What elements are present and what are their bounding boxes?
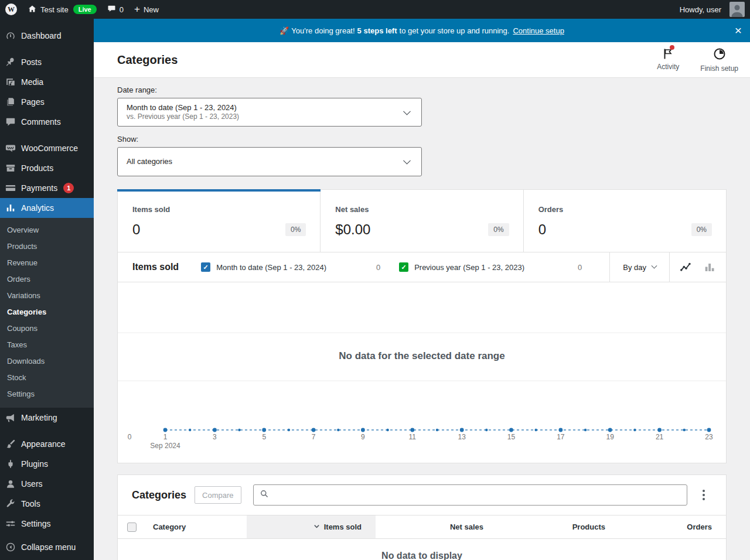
date-range-select[interactable]: Month to date (Sep 1 - 23, 2024) vs. Pre… bbox=[117, 98, 422, 127]
table-search[interactable] bbox=[253, 484, 687, 506]
show-label: Show: bbox=[117, 135, 727, 144]
summary-card-items-sold[interactable]: Items sold 0 0% bbox=[118, 190, 321, 252]
sidebar-item-products[interactable]: Products bbox=[0, 158, 94, 178]
summary-delta-badge: 0% bbox=[488, 223, 509, 236]
banner-suffix: to get your store up and running. bbox=[400, 26, 510, 35]
report-filters: Date range: Month to date (Sep 1 - 23, 2… bbox=[94, 77, 750, 176]
legend-value: 0 bbox=[376, 263, 380, 272]
sidebar-item-label: Analytics bbox=[21, 203, 54, 213]
sidebar-item-label: Collapse menu bbox=[21, 542, 76, 552]
activity-button[interactable]: Activity bbox=[654, 46, 681, 74]
site-link[interactable]: Test site Live bbox=[22, 0, 102, 19]
column-header-category[interactable]: Category bbox=[146, 515, 247, 538]
table-title: Categories bbox=[132, 489, 186, 501]
x-tick-label: 21 bbox=[656, 433, 663, 441]
summary-delta-badge: 0% bbox=[691, 223, 712, 236]
sidebar-item-label: Users bbox=[21, 479, 43, 489]
sidebar-item-pages[interactable]: Pages bbox=[0, 92, 94, 112]
woocommerce-icon bbox=[5, 142, 16, 154]
chart-data-point bbox=[683, 429, 686, 431]
category-filter-select[interactable]: All categories bbox=[117, 147, 422, 176]
admin-bar: W Test site Live 0 + New Howdy, user bbox=[0, 0, 750, 19]
howdy-text: Howdy, user bbox=[680, 5, 721, 14]
checked-checkbox-icon[interactable]: ✓ bbox=[399, 262, 408, 272]
submenu-item-settings[interactable]: Settings bbox=[0, 386, 94, 402]
submenu-item-categories[interactable]: Categories bbox=[0, 304, 94, 320]
checked-checkbox-icon[interactable]: ✓ bbox=[201, 262, 210, 272]
submenu-item-revenue[interactable]: Revenue bbox=[0, 255, 94, 271]
line-chart-button[interactable] bbox=[679, 260, 693, 274]
sidebar-item-analytics[interactable]: Analytics bbox=[0, 198, 94, 218]
chart-data-point bbox=[238, 429, 240, 431]
banner-close-icon[interactable]: × bbox=[735, 19, 742, 42]
submenu-item-orders[interactable]: Orders bbox=[0, 271, 94, 288]
summary-card-orders[interactable]: Orders 0 0% bbox=[524, 190, 726, 252]
sidebar-item-appearance[interactable]: Appearance bbox=[0, 434, 94, 454]
chart-data-point bbox=[657, 428, 662, 432]
sidebar-item-payments[interactable]: Payments 1 bbox=[0, 178, 94, 198]
submenu-item-variations[interactable]: Variations bbox=[0, 288, 94, 304]
report-panel: Items sold 0 0% Net sales $0.00 0% Order… bbox=[117, 189, 727, 463]
submenu-item-coupons[interactable]: Coupons bbox=[0, 320, 94, 337]
compare-button[interactable]: Compare bbox=[195, 486, 241, 504]
sidebar-item-marketing[interactable]: Marketing bbox=[0, 408, 94, 428]
collapse-icon bbox=[5, 541, 16, 553]
submenu-item-overview[interactable]: Overview bbox=[0, 222, 94, 238]
submenu-item-taxes[interactable]: Taxes bbox=[0, 337, 94, 353]
sidebar-item-media[interactable]: Media bbox=[0, 72, 94, 92]
chart-title: Items sold bbox=[132, 262, 179, 272]
chart-data-point bbox=[460, 428, 464, 432]
sidebar-item-label: Settings bbox=[21, 519, 51, 528]
column-header-label: Items sold bbox=[324, 523, 362, 531]
chart-data-point bbox=[337, 429, 339, 431]
chart-series-svg bbox=[118, 282, 726, 463]
bar-chart-button[interactable] bbox=[703, 260, 717, 274]
ellipsis-menu-button[interactable] bbox=[696, 487, 712, 503]
summary-label: Orders bbox=[538, 205, 712, 214]
chart-data-point bbox=[584, 429, 587, 431]
sidebar-item-label: Tools bbox=[21, 499, 40, 508]
finish-setup-label: Finish setup bbox=[700, 64, 738, 73]
live-badge: Live bbox=[73, 5, 97, 14]
submenu-item-stock[interactable]: Stock bbox=[0, 370, 94, 386]
column-header-items-sold[interactable]: Items sold bbox=[247, 515, 376, 538]
sidebar-item-woocommerce[interactable]: WooCommerce bbox=[0, 138, 94, 158]
interval-select[interactable]: By day bbox=[609, 252, 669, 282]
x-tick-label: 9 bbox=[361, 433, 365, 441]
collapse-menu-button[interactable]: Collapse menu bbox=[0, 537, 94, 557]
date-range-value: Month to date (Sep 1 - 23, 2024) bbox=[127, 103, 398, 112]
progress-clock-icon bbox=[712, 47, 727, 63]
sidebar-item-dashboard[interactable]: Dashboard bbox=[0, 26, 94, 46]
search-input[interactable] bbox=[272, 491, 681, 500]
finish-setup-button[interactable]: Finish setup bbox=[698, 46, 741, 74]
admin-sidebar: Dashboard Posts Media Pages Comments Woo… bbox=[0, 19, 94, 560]
sidebar-item-users[interactable]: Users bbox=[0, 474, 94, 494]
x-tick-label: 19 bbox=[606, 433, 614, 441]
sidebar-item-comments[interactable]: Comments bbox=[0, 112, 94, 132]
plugins-icon bbox=[5, 458, 16, 470]
chart-data-point bbox=[189, 429, 191, 431]
avatar bbox=[729, 2, 745, 17]
column-header-products[interactable]: Products bbox=[493, 515, 615, 538]
wordpress-menu[interactable]: W bbox=[0, 0, 22, 19]
comments-shortcut[interactable]: 0 bbox=[102, 0, 129, 19]
sidebar-item-tools[interactable]: Tools bbox=[0, 494, 94, 514]
column-header-orders[interactable]: Orders bbox=[615, 515, 726, 538]
sidebar-item-posts[interactable]: Posts bbox=[0, 52, 94, 72]
submenu-item-downloads[interactable]: Downloads bbox=[0, 353, 94, 370]
column-header-net-sales[interactable]: Net sales bbox=[376, 515, 493, 538]
account-menu[interactable]: Howdy, user bbox=[674, 0, 750, 19]
legend-item-previous-period[interactable]: ✓ Previous year (Sep 1 - 23, 2023) 0 bbox=[399, 262, 582, 272]
chevron-down-icon bbox=[403, 107, 411, 115]
new-content-button[interactable]: + New bbox=[129, 0, 164, 19]
continue-setup-link[interactable]: Continue setup bbox=[513, 26, 564, 35]
sidebar-item-plugins[interactable]: Plugins bbox=[0, 454, 94, 474]
chart-type-switcher bbox=[669, 252, 726, 282]
summary-card-net-sales[interactable]: Net sales $0.00 0% bbox=[321, 190, 523, 252]
legend-item-current-period[interactable]: ✓ Month to date (Sep 1 - 23, 2024) 0 bbox=[201, 262, 380, 272]
sort-descending-icon bbox=[313, 523, 320, 531]
submenu-item-products[interactable]: Products bbox=[0, 238, 94, 255]
select-all-checkbox[interactable] bbox=[127, 523, 137, 532]
sidebar-item-settings[interactable]: Settings bbox=[0, 514, 94, 534]
sidebar-item-label: Appearance bbox=[21, 439, 66, 449]
